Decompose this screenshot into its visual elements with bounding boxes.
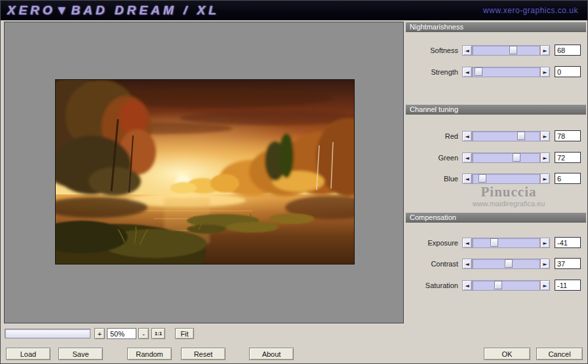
slider-value-input[interactable] [555, 152, 581, 163]
slider-thumb[interactable] [490, 238, 498, 247]
slider-row-blue: Blue ◄ ► [406, 173, 586, 185]
slider-value-input[interactable] [555, 173, 581, 184]
watermark-url: www.maidiregrafica.eu [446, 200, 571, 208]
slider-track[interactable] [472, 259, 540, 269]
slider-thumb[interactable] [505, 259, 513, 268]
slider-increment-button[interactable]: ► [540, 259, 550, 269]
actual-size-button[interactable]: 1:1 [151, 328, 165, 339]
slider-row-contrast: Contrast ◄ ► [406, 259, 586, 270]
slider-thumb[interactable] [475, 67, 482, 76]
slider-decrement-button[interactable]: ◄ [462, 153, 472, 163]
slider-value-input[interactable] [555, 280, 581, 291]
slider-row-strength: Strength ◄ ► [406, 67, 586, 78]
slider-label: Strength [406, 68, 458, 76]
slider-increment-button[interactable]: ► [540, 131, 550, 141]
slider-track[interactable] [472, 238, 540, 248]
slider-row-green: Green ◄ ► [406, 153, 586, 164]
slider-value-input[interactable] [555, 258, 581, 269]
controls-panel: Nightmarishness Softness ◄ ► Strength ◄ … [406, 22, 586, 323]
section-header-channel-tuning: Channel tuning [406, 105, 586, 115]
slider-increment-button[interactable]: ► [540, 153, 550, 163]
cancel-button[interactable]: Cancel [536, 348, 583, 360]
slider-decrement-button[interactable]: ◄ [462, 259, 472, 269]
slider-label: Red [406, 132, 458, 140]
slider-row-softness: Softness ◄ ► [406, 45, 586, 56]
slider-decrement-button[interactable]: ◄ [462, 45, 472, 56]
zoom-in-button[interactable]: + [94, 328, 105, 339]
plugin-title: XERO▼BAD DREAM / XL [7, 3, 220, 18]
slider-track[interactable] [472, 45, 540, 56]
titlebar: XERO▼BAD DREAM / XL www.xero-graphics.co… [1, 1, 587, 20]
slider-track[interactable] [472, 153, 540, 163]
landscape-painting [56, 80, 354, 264]
random-button[interactable]: Random [127, 348, 172, 360]
watermark-author: Pinuccia [456, 184, 561, 200]
slider-decrement-button[interactable]: ◄ [462, 280, 472, 291]
slider-value-input[interactable] [555, 66, 581, 77]
slider-decrement-button[interactable]: ◄ [462, 238, 472, 248]
about-button[interactable]: About [249, 348, 294, 360]
slider-label: Exposure [406, 239, 458, 247]
slider-value-input[interactable] [555, 237, 581, 248]
slider-thumb[interactable] [513, 153, 520, 162]
slider-decrement-button[interactable]: ◄ [462, 173, 472, 184]
slider-increment-button[interactable]: ► [540, 45, 550, 56]
slider-row-red: Red ◄ ► [406, 131, 586, 142]
slider-thumb[interactable] [509, 46, 517, 54]
reset-button[interactable]: Reset [181, 348, 225, 360]
slider-track[interactable] [472, 131, 540, 141]
slider-track[interactable] [472, 280, 540, 291]
section-header-nightmarishness: Nightmarishness [406, 22, 586, 32]
fit-button[interactable]: Fit [175, 328, 194, 339]
ok-button[interactable]: OK [484, 348, 530, 360]
slider-value-input[interactable] [555, 130, 581, 141]
load-button[interactable]: Load [6, 348, 50, 360]
website-link[interactable]: www.xero-graphics.co.uk [483, 6, 578, 15]
slider-label: Softness [406, 46, 458, 54]
progress-bar [5, 329, 90, 338]
slider-thumb[interactable] [494, 281, 502, 289]
save-button[interactable]: Save [58, 348, 103, 360]
slider-increment-button[interactable]: ► [540, 280, 550, 291]
slider-row-saturation: Saturation ◄ ► [406, 280, 586, 291]
slider-thumb[interactable] [479, 174, 486, 183]
slider-label: Blue [406, 175, 458, 183]
slider-decrement-button[interactable]: ◄ [462, 67, 472, 77]
image-preview[interactable] [55, 79, 355, 264]
slider-thumb[interactable] [517, 132, 525, 140]
zoom-level-field[interactable] [107, 328, 136, 339]
slider-increment-button[interactable]: ► [540, 173, 550, 184]
slider-label: Green [406, 154, 458, 162]
slider-value-input[interactable] [555, 45, 581, 56]
preview-area [4, 22, 404, 323]
plugin-window: XERO▼BAD DREAM / XL www.xero-graphics.co… [0, 0, 588, 364]
slider-decrement-button[interactable]: ◄ [462, 131, 472, 141]
slider-track[interactable] [472, 173, 540, 184]
slider-label: Saturation [406, 282, 458, 289]
slider-track[interactable] [472, 67, 540, 77]
zoom-out-button[interactable]: - [138, 328, 149, 339]
slider-row-exposure: Exposure ◄ ► [406, 238, 586, 249]
slider-label: Contrast [406, 260, 458, 268]
slider-increment-button[interactable]: ► [540, 238, 550, 248]
section-header-compensation: Compensation [406, 213, 586, 223]
slider-increment-button[interactable]: ► [540, 67, 550, 77]
